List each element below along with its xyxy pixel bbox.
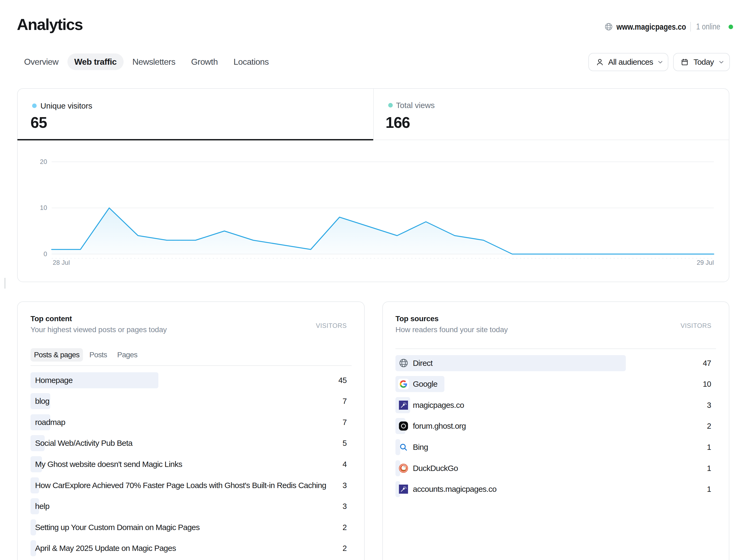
svg-text:29 Jul: 29 Jul (697, 259, 714, 266)
svg-text:10: 10 (40, 204, 47, 211)
svg-text:0: 0 (44, 250, 47, 258)
svg-text:28 Jul: 28 Jul (53, 259, 70, 266)
svg-text:20: 20 (40, 158, 47, 165)
